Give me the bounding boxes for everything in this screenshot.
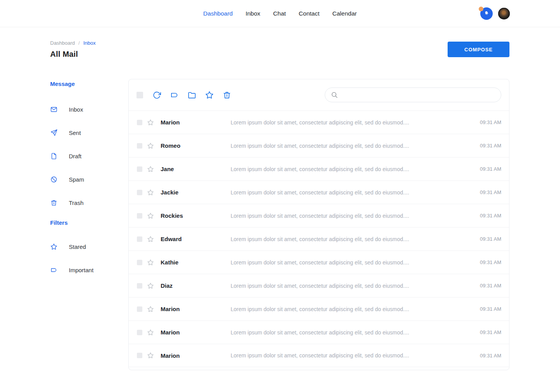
sidebar-item-trash[interactable]: Trash	[50, 199, 128, 206]
breadcrumb-separator: /	[79, 40, 80, 46]
email-preview: Lorem ipsum dolor sit amet, consectetur …	[231, 189, 474, 196]
email-preview: Lorem ipsum dolor sit amet, consectetur …	[231, 352, 474, 359]
search-input[interactable]	[341, 91, 495, 98]
nav-item-dashboard[interactable]: Dashboard	[203, 10, 233, 17]
email-row[interactable]: Edward Lorem ipsum dolor sit amet, conse…	[129, 227, 509, 250]
folder-icon	[187, 91, 196, 100]
top-bar: DashboardInboxChatContactCalendar	[0, 0, 560, 27]
sidebar-item-label: Inbox	[69, 106, 83, 113]
tag-icon	[50, 266, 58, 274]
sidebar: Message Inbox Sent Draft Spam Trash	[50, 79, 128, 370]
row-checkbox[interactable]	[137, 306, 142, 312]
email-time: 09:31 AM	[480, 189, 501, 195]
row-checkbox[interactable]	[137, 353, 142, 358]
email-row[interactable]: Marion Lorem ipsum dolor sit amet, conse…	[129, 297, 509, 320]
row-checkbox[interactable]	[137, 166, 142, 172]
page: Dashboard/Inbox All Mail COMPOSE Message…	[0, 40, 560, 370]
row-checkbox[interactable]	[137, 143, 142, 149]
email-sender: Edward	[161, 236, 231, 242]
nav-item-chat[interactable]: Chat	[273, 10, 286, 17]
select-all-checkbox[interactable]	[136, 92, 143, 98]
envelope-icon	[50, 106, 58, 113]
top-bar-actions	[480, 7, 510, 20]
email-time: 09:31 AM	[480, 259, 501, 265]
nav-item-contact[interactable]: Contact	[299, 10, 319, 17]
star-icon[interactable]	[147, 142, 154, 149]
email-preview: Lorem ipsum dolor sit amet, consectetur …	[231, 213, 474, 219]
delete-button[interactable]	[222, 91, 231, 100]
content: Message Inbox Sent Draft Spam Trash	[50, 79, 509, 370]
row-checkbox[interactable]	[137, 283, 142, 289]
sidebar-item-draft[interactable]: Draft	[50, 152, 128, 160]
email-time: 09:31 AM	[480, 329, 501, 335]
email-sender: Rockies	[161, 212, 231, 219]
row-checkbox[interactable]	[137, 260, 142, 265]
sidebar-item-label: Draft	[69, 153, 82, 159]
sidebar-item-spam[interactable]: Spam	[50, 175, 128, 183]
row-checkbox[interactable]	[137, 120, 142, 125]
page-title: All Mail	[50, 50, 96, 59]
sidebar-item-sent[interactable]: Sent	[50, 129, 128, 136]
mail-card: Marion Lorem ipsum dolor sit amet, conse…	[128, 79, 509, 370]
email-row[interactable]: Marion Lorem ipsum dolor sit amet, conse…	[129, 344, 509, 367]
star-icon[interactable]	[147, 212, 154, 219]
email-preview: Lorem ipsum dolor sit amet, consectetur …	[231, 236, 474, 242]
star-icon[interactable]	[147, 329, 154, 336]
user-avatar[interactable]	[498, 8, 510, 19]
tag-icon	[170, 91, 179, 100]
email-row[interactable]: Jane Lorem ipsum dolor sit amet, consect…	[129, 157, 509, 180]
breadcrumb-item-inbox[interactable]: Inbox	[83, 40, 96, 46]
sidebar-item-stared[interactable]: Stared	[50, 243, 128, 250]
star-icon[interactable]	[147, 119, 154, 126]
refresh-icon	[152, 91, 161, 100]
row-checkbox[interactable]	[137, 190, 142, 195]
star-icon[interactable]	[147, 306, 154, 313]
sidebar-item-label: Important	[69, 267, 93, 273]
email-row[interactable]: Marion Lorem ipsum dolor sit amet, conse…	[129, 320, 509, 344]
sidebar-item-inbox[interactable]: Inbox	[50, 105, 128, 113]
star-icon[interactable]	[147, 352, 154, 359]
email-preview: Lorem ipsum dolor sit amet, consectetur …	[231, 143, 474, 149]
email-row[interactable]: Diaz Lorem ipsum dolor sit amet, consect…	[129, 274, 509, 297]
sidebar-item-label: Trash	[69, 200, 84, 206]
toolbar-buttons	[152, 91, 231, 100]
breadcrumb-item-dashboard[interactable]: Dashboard	[50, 40, 75, 46]
nav-item-calendar[interactable]: Calendar	[332, 10, 357, 17]
email-row[interactable]: Marion Lorem ipsum dolor sit amet, conse…	[129, 110, 509, 134]
notifications-button[interactable]	[480, 7, 493, 20]
star-icon[interactable]	[147, 259, 154, 266]
refresh-button[interactable]	[152, 91, 161, 100]
email-row[interactable]: Kathie Lorem ipsum dolor sit amet, conse…	[129, 250, 509, 274]
row-checkbox[interactable]	[137, 236, 142, 242]
star-icon[interactable]	[147, 189, 154, 196]
label-button[interactable]	[170, 91, 179, 100]
email-row[interactable]: Romeo Lorem ipsum dolor sit amet, consec…	[129, 134, 509, 157]
star-icon[interactable]	[147, 282, 154, 289]
email-time: 09:31 AM	[480, 143, 501, 149]
email-preview: Lorem ipsum dolor sit amet, consectetur …	[231, 283, 474, 289]
sidebar-item-label: Spam	[69, 176, 84, 183]
email-list: Marion Lorem ipsum dolor sit amet, conse…	[129, 110, 509, 367]
email-row[interactable]: Rockies Lorem ipsum dolor sit amet, cons…	[129, 204, 509, 227]
trash-icon	[222, 91, 231, 100]
star-icon[interactable]	[147, 236, 154, 243]
row-checkbox[interactable]	[137, 213, 142, 219]
row-checkbox[interactable]	[137, 330, 142, 335]
email-preview: Lorem ipsum dolor sit amet, consectetur …	[231, 259, 474, 266]
email-sender: Diaz	[161, 282, 231, 289]
email-time: 09:31 AM	[480, 119, 501, 125]
email-time: 09:31 AM	[480, 283, 501, 289]
trash-icon	[50, 199, 58, 206]
email-sender: Marion	[161, 352, 231, 359]
star-button[interactable]	[205, 91, 214, 100]
compose-button[interactable]: COMPOSE	[448, 42, 509, 57]
star-icon[interactable]	[147, 166, 154, 173]
sidebar-item-important[interactable]: Important	[50, 266, 128, 274]
email-sender: Marion	[161, 306, 231, 312]
email-row[interactable]: Jackie Lorem ipsum dolor sit amet, conse…	[129, 180, 509, 204]
email-sender: Kathie	[161, 259, 231, 266]
email-preview: Lorem ipsum dolor sit amet, consectetur …	[231, 306, 474, 312]
move-to-folder-button[interactable]	[187, 91, 196, 100]
email-time: 09:31 AM	[480, 166, 501, 172]
nav-item-inbox[interactable]: Inbox	[245, 10, 260, 17]
